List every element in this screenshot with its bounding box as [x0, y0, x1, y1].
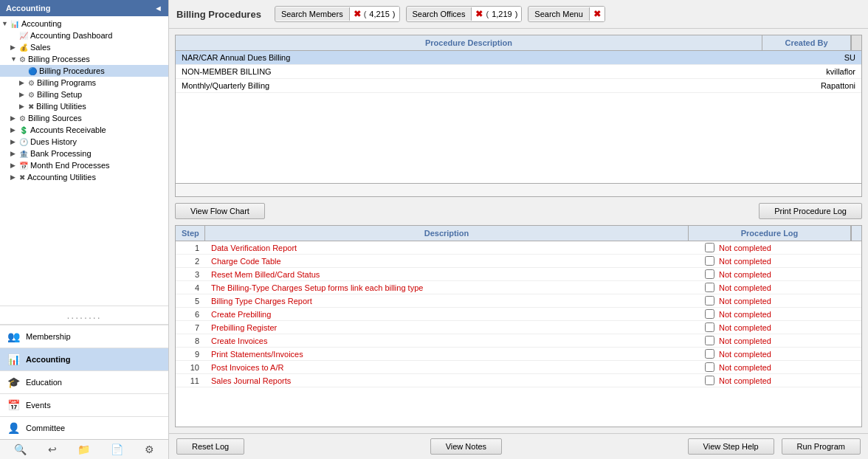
print-procedure-log-button[interactable]: Print Procedure Log: [759, 203, 862, 219]
table-row[interactable]: 11Sales Journal ReportsNot completed: [176, 374, 861, 387]
nav-item-membership[interactable]: 👥Membership: [0, 325, 168, 348]
step-checkbox[interactable]: [705, 243, 714, 252]
proc-created-by: Rapattoni: [773, 79, 861, 92]
step-checkbox[interactable]: [705, 296, 714, 306]
sidebar-item-dues-history[interactable]: ▶🕐Dues History: [0, 136, 168, 148]
view-step-help-button[interactable]: View Step Help: [688, 438, 774, 455]
sidebar-item-bank-processing[interactable]: ▶🏦Bank Processing: [0, 148, 168, 159]
search-menu-label[interactable]: Search Menu: [528, 7, 589, 21]
folder-footer-icon[interactable]: 📁: [78, 444, 90, 455]
proc-row[interactable]: NON-MEMBER BILLINGkvillaflor: [176, 65, 861, 79]
tree-icon-dues-history: 🕐: [19, 138, 28, 146]
sidebar-item-label-accounts-receivable: Accounts Receivable: [30, 125, 106, 134]
step-status: Not completed: [719, 350, 771, 359]
sidebar-item-billing-procedures[interactable]: 🔵Billing Procedures: [0, 65, 168, 77]
sidebar-item-sales[interactable]: ▶💰Sales: [0, 41, 168, 53]
expand-icon-billing-utilities: ▶: [19, 103, 28, 110]
step-description[interactable]: Reset Mem Billed/Card Status: [205, 269, 699, 280]
step-checkbox[interactable]: [705, 256, 714, 266]
proc-row[interactable]: Monthly/Quarterly BillingRapattoni: [176, 79, 861, 93]
step-description[interactable]: Print Statements/Invoices: [205, 348, 699, 360]
table-row[interactable]: 4The Billing-Type Charges Setup forms li…: [176, 281, 861, 294]
sidebar-collapse-icon[interactable]: ◄: [154, 4, 162, 13]
table-row[interactable]: 5Billing Type Charges ReportNot complete…: [176, 294, 861, 308]
expand-icon-bank-processing: ▶: [10, 150, 19, 157]
steps-table-body: 1Data Verification ReportNot completed2C…: [176, 241, 861, 427]
nav-item-accounting[interactable]: 📊Accounting: [0, 348, 168, 370]
tree-icon-accounting-root: 📊: [10, 20, 19, 28]
step-checkbox[interactable]: [705, 269, 714, 279]
reset-log-button[interactable]: Reset Log: [176, 438, 244, 455]
expand-icon-accounting-utilities: ▶: [10, 173, 19, 181]
procedure-table-footer: [176, 183, 861, 196]
sidebar-item-billing-sources[interactable]: ▶⚙Billing Sources: [0, 112, 168, 124]
step-checkbox[interactable]: [705, 376, 714, 385]
sidebar-item-billing-processes[interactable]: ▼⚙Billing Processes: [0, 53, 168, 65]
step-description[interactable]: Data Verification Report: [205, 242, 699, 254]
step-checkbox[interactable]: [705, 362, 714, 372]
step-number: 5: [176, 295, 205, 307]
table-row[interactable]: 2Charge Code TableNot completed: [176, 255, 861, 268]
step-description[interactable]: Prebilling Register: [205, 322, 699, 334]
table-row[interactable]: 6Create PrebillingNot completed: [176, 308, 861, 321]
sidebar-item-accounting-root[interactable]: ▼📊Accounting: [0, 18, 168, 30]
step-checkbox[interactable]: [705, 322, 714, 332]
step-log-cell: Not completed: [699, 281, 861, 294]
sidebar-item-billing-programs[interactable]: ▶⚙Billing Programs: [0, 77, 168, 89]
steps-table: Step Description Procedure Log 1Data Ver…: [175, 225, 862, 427]
nav-item-events[interactable]: 📅Events: [0, 393, 168, 416]
step-checkbox[interactable]: [705, 349, 714, 359]
search-offices-btn[interactable]: Search Offices ✖ (1,219): [406, 6, 523, 22]
sidebar-item-accounts-receivable[interactable]: ▶💲Accounts Receivable: [0, 124, 168, 136]
step-status: Not completed: [719, 283, 771, 292]
step-checkbox[interactable]: [705, 336, 714, 345]
step-description[interactable]: Post Invoices to A/R: [205, 362, 699, 373]
tree-icon-month-end-processes: 📅: [19, 162, 28, 170]
document-footer-icon[interactable]: 📄: [111, 444, 123, 455]
step-description[interactable]: Create Invoices: [205, 335, 699, 347]
sidebar-item-label-billing-sources: Billing Sources: [28, 114, 82, 122]
table-row[interactable]: 10Post Invoices to A/RNot completed: [176, 361, 861, 374]
table-row[interactable]: 8Create InvoicesNot completed: [176, 334, 861, 348]
step-checkbox[interactable]: [705, 309, 714, 319]
sidebar-item-accounting-utilities[interactable]: ▶✖Accounting Utilities: [0, 171, 168, 183]
proc-description: NON-MEMBER BILLING: [176, 65, 773, 78]
sidebar-item-accounting-dashboard[interactable]: 📈Accounting Dashboard: [0, 30, 168, 41]
bottom-right-buttons: View Step Help Run Program: [688, 438, 861, 455]
search-menu-btn[interactable]: Search Menu ✖: [528, 6, 604, 22]
view-flow-chart-button[interactable]: View Flow Chart: [175, 203, 265, 219]
bottom-center-buttons: View Notes: [430, 438, 502, 455]
sidebar-item-billing-setup[interactable]: ▶⚙Billing Setup: [0, 89, 168, 100]
nav-label-education: Education: [26, 378, 62, 387]
back-footer-icon[interactable]: ↩: [48, 444, 57, 455]
tree-icon-accounts-receivable: 💲: [19, 126, 28, 134]
proc-row[interactable]: NAR/CAR Annual Dues BillingSU: [176, 51, 861, 65]
search-offices-label[interactable]: Search Offices: [407, 7, 472, 21]
settings-footer-icon[interactable]: ⚙: [145, 444, 154, 455]
step-description[interactable]: Sales Journal Reports: [205, 375, 699, 387]
step-description[interactable]: The Billing-Type Charges Setup forms lin…: [205, 282, 699, 294]
search-members-btn[interactable]: Search Members ✖ (4,215): [275, 6, 400, 22]
step-description[interactable]: Create Prebilling: [205, 308, 699, 320]
expand-icon-accounting-root: ▼: [1, 20, 10, 27]
step-description[interactable]: Billing Type Charges Report: [205, 295, 699, 307]
nav-item-education[interactable]: 🎓Education: [0, 370, 168, 393]
run-program-button[interactable]: Run Program: [782, 438, 861, 455]
search-members-clear[interactable]: ✖: [354, 9, 361, 19]
search-offices-clear[interactable]: ✖: [475, 9, 483, 19]
table-row[interactable]: 9Print Statements/InvoicesNot completed: [176, 348, 861, 361]
search-footer-icon[interactable]: 🔍: [14, 444, 27, 455]
nav-icon-membership: 👥: [7, 331, 20, 342]
search-members-label[interactable]: Search Members: [275, 7, 350, 21]
nav-label-accounting: Accounting: [26, 355, 71, 364]
sidebar-item-month-end-processes[interactable]: ▶📅Month End Processes: [0, 159, 168, 171]
table-row[interactable]: 3Reset Mem Billed/Card StatusNot complet…: [176, 268, 861, 281]
table-row[interactable]: 7Prebilling RegisterNot completed: [176, 321, 861, 334]
step-checkbox[interactable]: [705, 283, 714, 292]
view-notes-button[interactable]: View Notes: [430, 438, 502, 455]
search-menu-clear[interactable]: ✖: [593, 9, 601, 19]
step-description[interactable]: Charge Code Table: [205, 255, 699, 267]
table-row[interactable]: 1Data Verification ReportNot completed: [176, 241, 861, 255]
sidebar-item-billing-utilities[interactable]: ▶✖Billing Utilities: [0, 100, 168, 112]
nav-item-committee[interactable]: 👤Committee: [0, 416, 168, 439]
